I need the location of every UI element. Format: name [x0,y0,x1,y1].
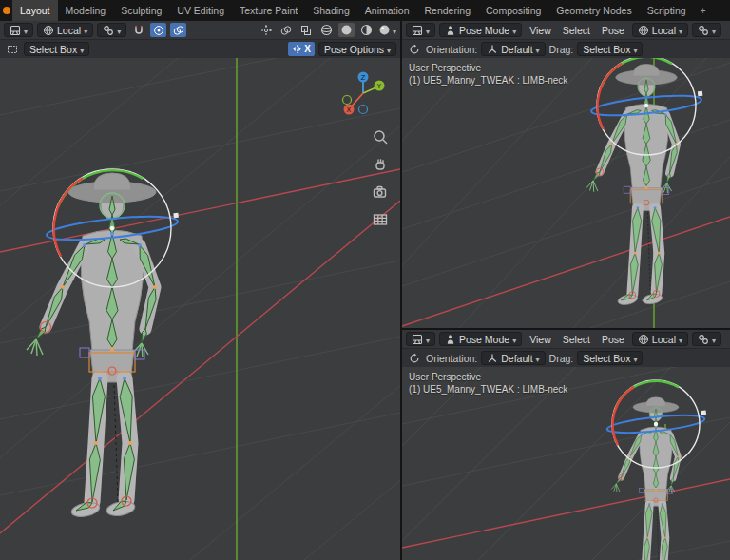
transform-orientation-dropdown[interactable]: Local [37,23,93,37]
scene-3d [402,367,730,560]
dropdown-caret-icon [512,334,516,345]
dropdown-caret-icon [633,353,637,364]
pose-person-icon [445,25,456,36]
pan-hand-icon[interactable] [372,156,389,173]
mode-dropdown[interactable]: Pose Mode [439,23,522,37]
svg-text:Y: Y [376,83,382,90]
magnet-icon [133,25,144,36]
menu-select[interactable]: Select [559,334,594,345]
svg-text:Z: Z [361,74,366,82]
orientation-globe-icon [638,334,649,345]
tab-layout[interactable]: Layout [12,0,58,21]
x-mirror-toggle[interactable]: X [288,42,315,56]
show-overlays-toggle[interactable] [279,23,295,37]
tab-rendering[interactable]: Rendering [417,0,478,21]
active-tool-dropdown[interactable]: Select Box [24,42,89,56]
shading-wireframe-button[interactable] [318,23,335,37]
shading-material-button[interactable] [358,23,375,37]
menu-pose[interactable]: Pose [598,25,628,36]
editor-3d-viewport-icon [10,25,21,36]
tab-uv-editing[interactable]: UV Editing [169,0,232,21]
menu-view[interactable]: View [526,334,555,345]
add-workspace-label: + [701,5,706,16]
orientation-default-dropdown[interactable]: Default [481,42,545,56]
menu-select[interactable]: Select [559,25,594,36]
snap-magnet-toggle[interactable] [130,23,146,37]
drag-label: Drag: [549,44,574,55]
dropdown-caret-icon [712,25,716,36]
workspace-tab-bar: Layout Modeling Sculpting UV Editing Tex… [0,0,730,21]
tab-animation[interactable]: Animation [357,0,417,21]
scene-3d [0,58,400,560]
link-chain-icon [698,334,709,345]
snapping-options-button[interactable] [692,332,721,346]
snapping-options-button[interactable] [97,23,126,37]
menu-view[interactable]: View [526,25,555,36]
overlays-toggle[interactable] [170,23,186,37]
drag-action-dropdown[interactable]: Select Box [577,42,643,56]
mirror-icon [292,44,302,54]
add-workspace-button[interactable]: + [694,0,713,21]
viewport-left-canvas[interactable]: Z Y X [0,58,400,560]
camera-view-icon[interactable] [372,183,389,201]
tab-texture-paint[interactable]: Texture Paint [232,0,305,21]
ortho-grid-icon[interactable] [372,211,389,228]
shading-solid-button[interactable] [338,23,355,37]
orientation-default-value: Default [501,44,532,55]
x-mirror-label: X [304,44,311,54]
axis-icon [487,353,498,364]
editor-type-button[interactable] [406,332,435,346]
viewport-tool-gadgets [372,128,389,228]
shading-rendered-button[interactable] [378,23,396,37]
dropdown-caret-icon [633,44,637,55]
tab-sculpting[interactable]: Sculpting [113,0,169,21]
orientation-cycle-icon [406,42,422,56]
shading-solid-icon [340,24,353,36]
shading-material-icon [360,24,373,36]
transform-orientation-dropdown[interactable]: Local [632,332,688,346]
tab-modeling[interactable]: Modeling [58,0,114,21]
pose-options-dropdown[interactable]: Pose Options [318,42,396,56]
snap-magnet-toggle[interactable] [725,23,730,37]
viewport-right-bottom-canvas[interactable]: User Perspective (1) UE5_Manny_TWEAK : L… [402,367,730,560]
tab-shading[interactable]: Shading [305,0,357,21]
viewport-right-top-header: Pose Mode View Select Pose Local [402,21,730,39]
dropdown-caret-icon [536,44,540,55]
gizmo-icon [260,25,272,36]
dropdown-caret-icon [387,44,391,55]
mode-label: Pose Mode [459,25,509,36]
xray-toggle[interactable] [298,23,315,37]
link-chain-icon [103,25,114,36]
active-tool-icon [4,42,20,56]
show-gizmo-toggle[interactable] [259,23,275,37]
drag-action-dropdown[interactable]: Select Box [577,351,643,365]
mode-dropdown[interactable]: Pose Mode [439,332,522,346]
tab-compositing[interactable]: Compositing [478,0,548,21]
viewport-right-top-canvas[interactable]: User Perspective (1) UE5_Manny_TWEAK : L… [402,58,730,328]
proportional-editing-toggle[interactable] [150,23,166,37]
xray-icon [300,25,312,36]
editor-3d-viewport-icon [412,25,423,36]
axis-icon [487,44,498,55]
tab-scripting[interactable]: Scripting [640,0,694,21]
snapping-options-button[interactable] [692,23,721,37]
link-chain-icon [698,25,709,36]
snap-magnet-toggle[interactable] [725,332,730,346]
blender-logo[interactable] [0,0,12,21]
mode-label: Pose Mode [459,334,509,345]
tab-label: Shading [313,5,350,16]
rotate-arrows-icon [409,353,420,364]
transform-orientation-dropdown[interactable]: Local [632,23,688,37]
blender-window: Layout Modeling Sculpting UV Editing Tex… [0,0,730,560]
dropdown-caret-icon [80,44,84,55]
tab-geometry-nodes[interactable]: Geometry Nodes [548,0,639,21]
viewport-right-top: Pose Mode View Select Pose Local [402,21,730,328]
editor-type-button[interactable] [4,23,33,37]
menu-pose[interactable]: Pose [598,334,628,345]
zoom-tool-icon[interactable] [372,128,389,145]
editor-type-button[interactable] [406,23,435,37]
navigation-gizmo[interactable]: Z Y X [337,68,389,123]
orientation-default-dropdown[interactable]: Default [481,351,545,365]
viewport-info-overlay: User Perspective (1) UE5_Manny_TWEAK : L… [409,62,567,87]
dropdown-caret-icon [117,25,121,36]
